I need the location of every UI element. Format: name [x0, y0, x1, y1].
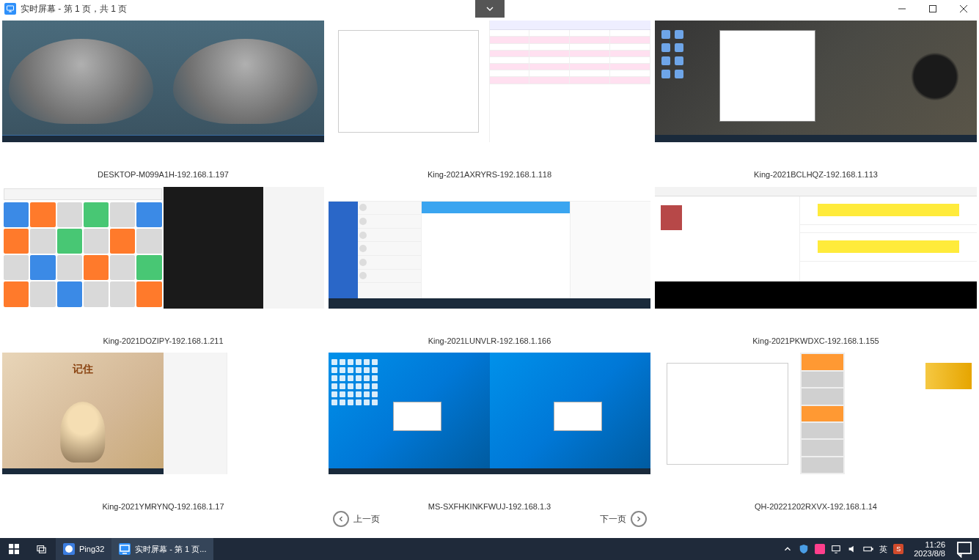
minimize-button[interactable] — [887, 0, 917, 18]
close-button[interactable] — [948, 0, 979, 18]
screen-grid: DESKTOP-M099A1H-192.168.1.197 King-2021A… — [0, 18, 979, 515]
screen-thumbnail[interactable] — [2, 187, 324, 309]
screen-thumbnail[interactable] — [329, 187, 650, 309]
svg-point-11 — [65, 545, 73, 553]
arrow-left-icon — [333, 511, 349, 527]
screen-cell: King-2021DOZIPY-192.168.1.211 — [2, 187, 324, 349]
screen-cell: QH-20221202RXVX-192.168.1.14 — [655, 353, 977, 515]
arrow-right-icon — [631, 511, 647, 527]
screen-thumbnail[interactable] — [655, 21, 977, 142]
svg-rect-6 — [15, 544, 19, 548]
tray-app-icon[interactable] — [815, 544, 825, 554]
screen-cell: King-2021LUNVLR-192.168.1.166 — [329, 187, 650, 349]
svg-rect-10 — [40, 548, 46, 553]
screen-label: King-2021AXRYRS-192.168.1.118 — [428, 170, 551, 179]
screen-cell: DESKTOP-M099A1H-192.168.1.197 — [2, 21, 324, 183]
taskbar-app-label: Ping32 — [79, 545, 104, 553]
taskbar-app-label: 实时屏幕 - 第 1 页... — [135, 544, 206, 555]
screen-thumbnail[interactable] — [329, 353, 650, 474]
screen-label: MS-SXFHKINKFWUJ-192.168.1.3 — [428, 502, 551, 511]
svg-rect-0 — [7, 6, 14, 10]
clock[interactable]: 11:26 2023/8/8 — [909, 540, 950, 558]
task-view-button[interactable] — [28, 538, 56, 560]
sogou-ime-icon[interactable]: S — [893, 544, 903, 554]
svg-rect-12 — [120, 545, 129, 551]
svg-rect-9 — [37, 546, 44, 551]
next-page-button[interactable]: 下一页 — [600, 511, 647, 527]
svg-rect-16 — [864, 547, 872, 550]
system-tray: 英 S 11:26 2023/8/8 — [782, 540, 979, 558]
volume-icon[interactable] — [847, 544, 857, 554]
screen-label: QH-20221202RXVX-192.168.1.14 — [755, 502, 877, 511]
prev-page-button[interactable]: 上一页 — [333, 511, 380, 527]
notifications-button[interactable] — [956, 540, 973, 558]
svg-rect-17 — [872, 548, 873, 550]
maximize-button[interactable] — [917, 0, 948, 18]
network-icon[interactable] — [831, 544, 841, 554]
screen-label: DESKTOP-M099A1H-192.168.1.197 — [98, 170, 229, 179]
screen-label: King-2021LUNVLR-192.168.1.166 — [428, 336, 551, 345]
start-button[interactable] — [0, 538, 28, 560]
screen-cell: King-2021AXRYRS-192.168.1.118 — [329, 21, 650, 183]
screen-thumbnail[interactable] — [655, 353, 977, 474]
svg-rect-18 — [958, 542, 971, 553]
clock-date: 2023/8/8 — [914, 549, 945, 558]
screen-label: King-2021BCLHQZ-192.168.1.113 — [754, 170, 878, 179]
screen-label: King-2021PKWDXC-192.168.1.155 — [752, 336, 879, 345]
svg-rect-5 — [9, 544, 13, 548]
screen-cell: King-2021PKWDXC-192.168.1.155 — [655, 187, 977, 349]
taskbar-app-realtime-screen[interactable]: 实时屏幕 - 第 1 页... — [111, 538, 213, 560]
ping32-icon — [63, 543, 75, 555]
screen-cell: 记住 King-2021YMRYNQ-192.168.1.17 — [2, 353, 324, 515]
tray-chevron-icon[interactable] — [782, 544, 793, 554]
monitor-icon — [119, 543, 131, 555]
next-page-label: 下一页 — [600, 513, 626, 526]
app-icon — [4, 3, 16, 15]
window-controls — [887, 0, 979, 18]
screen-thumbnail[interactable] — [655, 187, 977, 309]
titlebar: 实时屏幕 - 第 1 页，共 1 页 — [0, 0, 979, 18]
screen-thumbnail[interactable]: 记住 — [2, 353, 324, 474]
window-title: 实时屏幕 - 第 1 页，共 1 页 — [21, 3, 127, 15]
expand-dropdown-button[interactable] — [475, 0, 505, 18]
clock-time: 11:26 — [925, 540, 945, 549]
prev-page-label: 上一页 — [353, 513, 380, 526]
taskbar-app-ping32[interactable]: Ping32 — [56, 538, 111, 560]
svg-rect-2 — [930, 6, 936, 12]
battery-icon[interactable] — [863, 544, 873, 554]
screen-cell: MS-SXFHKINKFWUJ-192.168.1.3 — [329, 353, 650, 515]
screen-thumbnail[interactable] — [329, 21, 650, 142]
svg-rect-7 — [9, 550, 13, 554]
tray-shield-icon[interactable] — [799, 544, 809, 554]
screen-thumbnail[interactable] — [2, 21, 324, 142]
screen-label: King-2021YMRYNQ-192.168.1.17 — [102, 502, 224, 511]
thumb-text: 记住 — [73, 363, 93, 376]
screen-label: King-2021DOZIPY-192.168.1.211 — [103, 336, 223, 345]
os-taskbar: Ping32 实时屏幕 - 第 1 页... 英 S 11:26 2023/8/… — [0, 538, 979, 560]
svg-rect-8 — [15, 550, 19, 554]
svg-rect-14 — [832, 546, 840, 551]
ime-indicator[interactable]: 英 — [879, 544, 887, 555]
screen-cell: King-2021BCLHQZ-192.168.1.113 — [655, 21, 977, 183]
